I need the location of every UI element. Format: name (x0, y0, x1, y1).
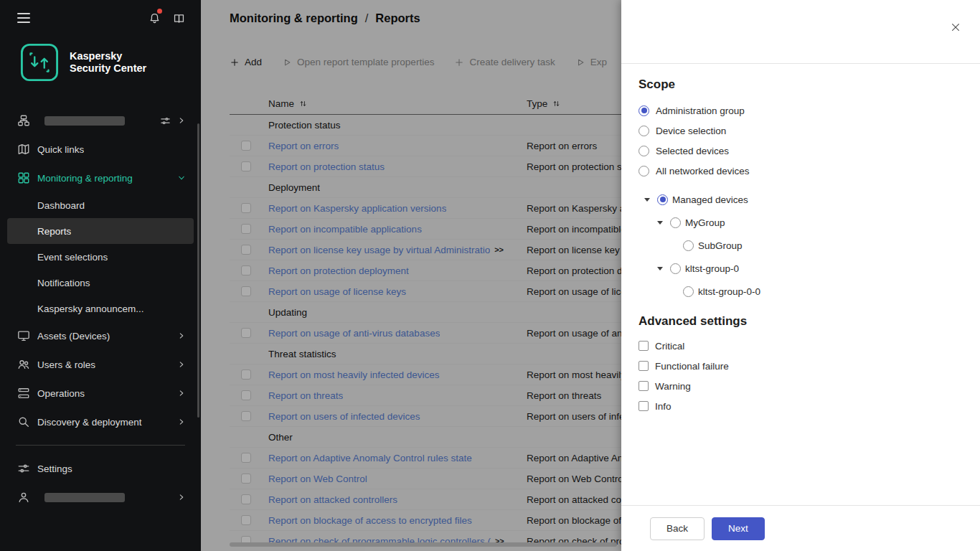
sliders-icon[interactable] (160, 331, 171, 342)
truncation-expander[interactable]: >> (494, 245, 504, 254)
report-link[interactable]: Report on license key usage by virtual A… (268, 245, 490, 255)
sidebar-item-discovery-deployment[interactable]: Discovery & deployment (7, 408, 194, 436)
toolbar-open-template-button[interactable]: Open report template properties (282, 57, 434, 67)
scope-option-selected-devices[interactable]: Selected devices (639, 141, 963, 161)
row-checkbox[interactable] (241, 224, 251, 234)
sidebar-scrollbar[interactable] (197, 123, 199, 418)
tree-node-kltst-group-0[interactable]: kltst-group-0 (639, 257, 963, 280)
scope-option-all-networked-devices[interactable]: All networked devices (639, 161, 963, 181)
sliders-icon[interactable] (160, 359, 171, 370)
sidebar-item-monitoring-reporting[interactable]: Monitoring & reporting (7, 164, 194, 192)
row-checkbox[interactable] (241, 328, 251, 338)
report-link[interactable]: Deployment (268, 182, 320, 193)
next-button[interactable]: Next (712, 517, 765, 540)
report-link[interactable]: Report on most heavily infected devices (268, 369, 440, 380)
report-link[interactable]: Protection status (268, 120, 341, 131)
sidebar-item-account[interactable] (7, 483, 194, 512)
report-link[interactable]: Report on blockage of access to encrypte… (268, 515, 472, 526)
severity-option-critical[interactable]: Critical (639, 336, 963, 356)
column-header-name[interactable]: Name (268, 98, 527, 109)
report-link[interactable]: Other (268, 432, 293, 443)
tree-node-kltst-group-0-0[interactable]: kltst-group-0-0 (639, 280, 963, 303)
sliders-icon[interactable] (160, 226, 171, 237)
sliders-icon[interactable] (160, 252, 171, 263)
menu-icon[interactable] (17, 13, 30, 23)
bell-icon[interactable] (148, 11, 161, 24)
sliders-icon[interactable] (160, 303, 171, 314)
report-link[interactable]: Report on usage of anti-virus databases (268, 328, 440, 339)
sidebar-divider[interactable] (16, 445, 185, 446)
checkbox-icon[interactable] (639, 401, 649, 411)
docs-book-icon[interactable] (172, 11, 185, 24)
severity-option-info[interactable]: Info (639, 396, 963, 416)
sidebar-item-assets-devices[interactable]: Assets (Devices) (7, 321, 194, 350)
sidebar-item-notifications[interactable]: Notifications (7, 270, 194, 296)
sidebar-item-event-selections[interactable]: Event selections (7, 244, 194, 270)
radio-icon[interactable] (639, 166, 649, 176)
scope-option-device-selection[interactable]: Device selection (639, 121, 963, 141)
report-link[interactable]: Report on Web Control (268, 474, 367, 484)
sliders-icon[interactable] (160, 200, 171, 211)
report-link[interactable]: Threat statistics (268, 349, 336, 359)
radio-icon[interactable] (670, 217, 681, 228)
tree-node-mygroup[interactable]: MyGroup (639, 211, 963, 234)
sidebar-item-server[interactable] (7, 106, 194, 135)
sidebar-item-settings[interactable]: Settings (7, 454, 194, 483)
toolbar-export-button[interactable]: Exp (575, 57, 607, 67)
sliders-icon[interactable] (160, 278, 171, 288)
sort-arrows-icon[interactable] (552, 99, 561, 108)
toolbar-create-delivery-task-button[interactable]: Create delivery task (454, 57, 555, 67)
caret-down-icon[interactable] (656, 217, 666, 227)
severity-option-warning[interactable]: Warning (639, 376, 963, 396)
tree-node-subgroup[interactable]: SubGroup (639, 234, 963, 257)
report-link[interactable]: Report on protection deployment (268, 265, 409, 276)
report-link[interactable]: Report on usage of license keys (268, 286, 406, 297)
row-checkbox[interactable] (241, 286, 251, 296)
report-link[interactable]: Report on Kaspersky application versions (268, 203, 446, 214)
sidebar-item-reports[interactable]: Reports (7, 218, 194, 244)
sliders-icon[interactable] (160, 463, 171, 474)
radio-icon[interactable] (683, 286, 694, 297)
row-checkbox[interactable] (241, 161, 251, 171)
radio-icon[interactable] (657, 194, 668, 205)
caret-down-icon[interactable] (656, 263, 666, 273)
sidebar-item-quick-links[interactable]: Quick links (7, 135, 194, 164)
row-checkbox[interactable] (241, 265, 251, 276)
scope-option-administration-group[interactable]: Administration group (639, 100, 963, 121)
report-link[interactable]: Report on protection status (268, 161, 385, 172)
checkbox-icon[interactable] (639, 381, 649, 391)
caret-down-icon[interactable] (643, 194, 653, 204)
tree-node-managed-devices[interactable]: Managed devices (639, 188, 963, 211)
sliders-icon[interactable] (160, 173, 171, 184)
sliders-icon[interactable] (160, 417, 171, 428)
radio-icon[interactable] (639, 105, 649, 116)
sidebar-item-dashboard[interactable]: Dashboard (7, 192, 194, 218)
row-checkbox[interactable] (241, 411, 251, 421)
report-link[interactable]: Report on errors (268, 141, 339, 151)
report-link[interactable]: Report on incompatible applications (268, 224, 422, 235)
radio-icon[interactable] (639, 146, 649, 156)
close-icon[interactable] (948, 22, 963, 36)
radio-icon[interactable] (683, 240, 694, 251)
row-checkbox[interactable] (241, 494, 251, 504)
report-link[interactable]: Report on users of infected devices (268, 411, 420, 422)
row-checkbox[interactable] (241, 474, 251, 484)
radio-icon[interactable] (670, 263, 681, 274)
row-checkbox[interactable] (241, 515, 251, 525)
checkbox-icon[interactable] (639, 361, 649, 371)
back-button[interactable]: Back (650, 517, 705, 540)
severity-option-functional-failure[interactable]: Functional failure (639, 356, 963, 376)
report-link[interactable]: Report on threats (268, 390, 343, 401)
row-checkbox[interactable] (241, 141, 251, 151)
row-checkbox[interactable] (241, 245, 251, 255)
row-checkbox[interactable] (241, 390, 251, 400)
report-link[interactable]: Updating (268, 307, 307, 318)
row-checkbox[interactable] (241, 369, 251, 380)
sliders-icon[interactable] (160, 144, 171, 155)
checkbox-icon[interactable] (639, 341, 649, 351)
toolbar-add-button[interactable]: Add (230, 57, 262, 67)
sliders-icon[interactable] (160, 492, 171, 503)
row-checkbox[interactable] (241, 453, 251, 463)
radio-icon[interactable] (639, 126, 649, 136)
sidebar-item-kaspersky-announcements[interactable]: Kaspersky announcem... (7, 296, 194, 321)
